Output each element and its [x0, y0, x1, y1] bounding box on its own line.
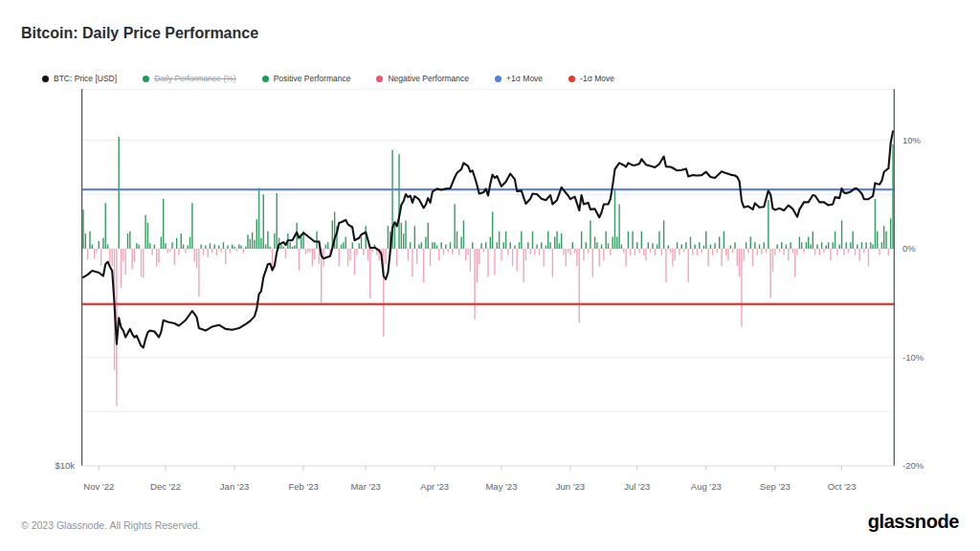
legend-item-label: +1σ Move — [506, 74, 543, 83]
x-axis-month-label: Jan '23 — [206, 481, 263, 492]
x-axis-month-label: Dec '22 — [137, 481, 194, 492]
x-axis-month-label: Jul '23 — [609, 481, 666, 492]
y-axis-right-tick-label: 10% — [902, 135, 921, 145]
legend-dot-icon — [262, 76, 269, 82]
x-axis-month-label: Mar '23 — [337, 481, 394, 492]
x-axis-month-label: Aug '23 — [678, 481, 735, 492]
x-axis-month-label: Oct '23 — [813, 481, 871, 492]
legend-dot-icon — [495, 76, 501, 82]
x-axis-month-label: Apr '23 — [406, 481, 463, 492]
copyright-text: © 2023 Glassnode. All Rights Reserved. — [21, 519, 201, 531]
legend-item-positive-performance[interactable]: Positive Performance — [262, 74, 351, 83]
legend-dot-icon — [143, 76, 149, 82]
y-axis-right-tick-label: -10% — [902, 352, 924, 363]
chart-legend: BTC: Price [USD]Daily Performance (%)Pos… — [42, 74, 614, 83]
glassnode-logo: glassnode — [868, 511, 959, 533]
legend-item-1-move[interactable]: -1σ Move — [568, 74, 614, 83]
y-axis-right-tick-label: -20% — [902, 460, 924, 471]
y-axis-right-tick-label: 0% — [902, 243, 916, 253]
legend-item-label: Positive Performance — [274, 74, 351, 83]
x-axis-month-label: Jun '23 — [542, 481, 599, 492]
page-title: Bitcoin: Daily Price Performance — [21, 25, 258, 42]
x-axis-month-label: May '23 — [473, 481, 530, 492]
legend-item-label: -1σ Move — [580, 74, 614, 83]
legend-item-btc-price-usd[interactable]: BTC: Price [USD] — [42, 74, 117, 83]
legend-item-negative-performance[interactable]: Negative Performance — [376, 74, 469, 83]
price-performance-chart[interactable] — [81, 89, 895, 472]
legend-dot-icon — [376, 76, 383, 82]
daily-performance-bars — [83, 137, 893, 406]
glassnode-chart-page: { "title": "Bitcoin: Daily Price Perform… — [0, 0, 980, 551]
x-axis-month-label: Nov '22 — [70, 481, 127, 492]
legend-dot-icon — [568, 76, 575, 82]
chart-plot-area[interactable] — [81, 89, 895, 472]
x-axis-month-label: Feb '23 — [275, 481, 332, 492]
legend-item-label: Negative Performance — [388, 74, 469, 83]
x-axis-month-label: Sep '23 — [746, 481, 804, 492]
legend-item-label: BTC: Price [USD] — [54, 74, 117, 83]
legend-item-label: Daily Performance (%) — [154, 74, 236, 83]
legend-item-daily-performance[interactable]: Daily Performance (%) — [143, 74, 236, 83]
legend-dot-icon — [42, 76, 49, 82]
y-axis-left-label: $10k — [19, 460, 75, 471]
legend-item-1-move[interactable]: +1σ Move — [495, 74, 543, 83]
axis-borders — [81, 89, 895, 471]
btc-price-line — [83, 131, 893, 347]
